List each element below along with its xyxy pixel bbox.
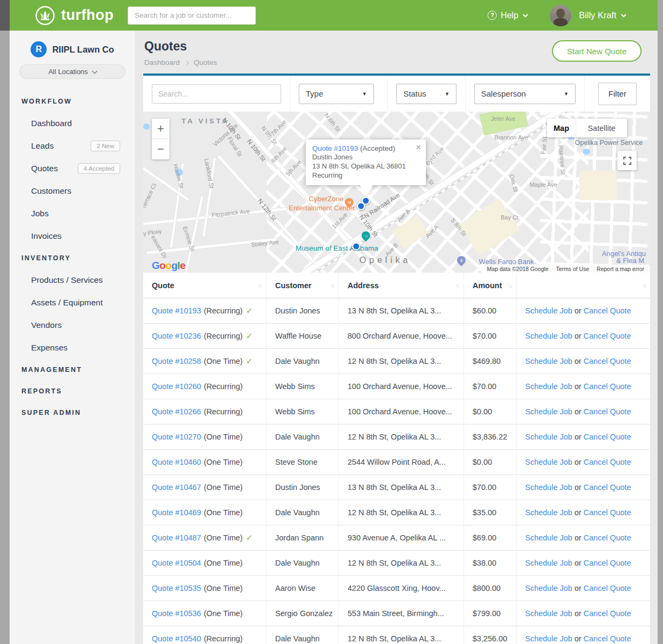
quote-link[interactable]: Quote #10258 bbox=[152, 357, 201, 365]
table-row: Quote #10258(One Time)✓Dale Vaughn12 N 8… bbox=[143, 349, 650, 374]
quote-link[interactable]: Quote #10536 bbox=[152, 609, 201, 618]
sidebar-item-customers[interactable]: Customers bbox=[10, 180, 135, 202]
column-header-amount[interactable]: Amount↑↓ bbox=[464, 273, 517, 298]
zoom-out-button[interactable]: − bbox=[152, 139, 170, 159]
fullscreen-button[interactable] bbox=[617, 151, 637, 170]
start-new-quote-button[interactable]: Start New Quote bbox=[552, 40, 642, 62]
cancel-quote-link[interactable]: Cancel Quote bbox=[584, 332, 631, 340]
close-icon[interactable]: × bbox=[416, 143, 421, 152]
cancel-quote-link[interactable]: Cancel Quote bbox=[584, 508, 631, 517]
sidebar-item-expenses[interactable]: Expenses bbox=[10, 336, 135, 359]
cancel-quote-link[interactable]: Cancel Quote bbox=[584, 306, 631, 315]
cancel-quote-link[interactable]: Cancel Quote bbox=[584, 609, 631, 618]
global-search-input[interactable] bbox=[128, 6, 256, 25]
schedule-job-link[interactable]: Schedule Job bbox=[525, 609, 572, 618]
cancel-quote-link[interactable]: Cancel Quote bbox=[584, 533, 631, 542]
cancel-quote-link[interactable]: Cancel Quote bbox=[584, 433, 631, 441]
satellite-view-button[interactable]: Satellite bbox=[576, 119, 627, 137]
schedule-job-link[interactable]: Schedule Job bbox=[525, 634, 572, 643]
schedule-job-link[interactable]: Schedule Job bbox=[525, 332, 572, 340]
actions-cell: Schedule JoborCancel Quote bbox=[517, 450, 650, 474]
cancel-quote-link[interactable]: Cancel Quote bbox=[584, 382, 631, 391]
quote-link[interactable]: Quote #10467 bbox=[152, 483, 201, 492]
quote-link[interactable]: Quote #10469 bbox=[152, 508, 201, 517]
schedule-job-link[interactable]: Schedule Job bbox=[525, 483, 572, 492]
google-logo[interactable]: Google bbox=[152, 260, 185, 272]
quotes-map[interactable]: TA VISTAJeter AveBrannon AveOpelika Powe… bbox=[143, 112, 650, 273]
sidebar-item-vendors[interactable]: Vendors bbox=[10, 314, 135, 336]
quote-link[interactable]: Quote #10504 bbox=[152, 559, 201, 567]
column-header-address[interactable]: Address↑↓ bbox=[339, 273, 464, 298]
sort-icon[interactable]: ↑↓ bbox=[258, 282, 261, 288]
schedule-job-link[interactable]: Schedule Job bbox=[525, 382, 572, 391]
scrollbar-track[interactable] bbox=[658, 0, 663, 644]
quote-link[interactable]: Quote #10260 bbox=[152, 382, 201, 391]
cancel-quote-link[interactable]: Cancel Quote bbox=[584, 634, 631, 643]
turfhop-logo[interactable]: turfhop bbox=[34, 5, 114, 26]
quote-link[interactable]: Quote #10460 bbox=[152, 458, 201, 466]
quote-map-marker[interactable] bbox=[352, 243, 360, 251]
schedule-job-link[interactable]: Schedule Job bbox=[525, 357, 572, 365]
quote-link[interactable]: Quote #10535 bbox=[152, 584, 201, 592]
quote-link[interactable]: Quote #10487 bbox=[152, 533, 201, 542]
schedule-job-link[interactable]: Schedule Job bbox=[525, 559, 572, 567]
user-menu[interactable]: Billy Kraft bbox=[571, 10, 625, 20]
sidebar-item-leads[interactable]: Leads2 New bbox=[10, 135, 135, 157]
zoom-in-button[interactable]: + bbox=[152, 119, 170, 139]
cancel-quote-link[interactable]: Cancel Quote bbox=[584, 357, 631, 365]
schedule-job-link[interactable]: Schedule Job bbox=[525, 458, 572, 466]
schedule-job-link[interactable]: Schedule Job bbox=[525, 433, 572, 441]
terms-of-use-link[interactable]: Terms of Use bbox=[556, 266, 589, 272]
sort-icon[interactable]: ↑↓ bbox=[330, 282, 334, 288]
schedule-job-link[interactable]: Schedule Job bbox=[525, 306, 572, 315]
breadcrumb-dashboard[interactable]: Dashboard bbox=[144, 58, 180, 67]
help-label: Help bbox=[500, 11, 518, 20]
report-map-error-link[interactable]: Report a map error bbox=[596, 266, 644, 272]
quote-link[interactable]: Quote #10540 bbox=[152, 634, 201, 643]
company-logo: R bbox=[31, 41, 47, 57]
type-select[interactable]: Type ▼ bbox=[299, 84, 374, 104]
sort-icon[interactable]: ↑↓ bbox=[642, 282, 645, 288]
sort-icon[interactable]: ↑↓ bbox=[455, 282, 459, 288]
column-header-quote[interactable]: Quote↑↓ bbox=[143, 273, 267, 298]
sidebar-item-label: Vendors bbox=[31, 320, 62, 330]
sidebar-item-dashboard[interactable]: Dashboard bbox=[10, 112, 135, 135]
help-menu[interactable]: ? Help bbox=[488, 11, 527, 20]
schedule-job-link[interactable]: Schedule Job bbox=[525, 584, 572, 592]
cancel-quote-link[interactable]: Cancel Quote bbox=[584, 407, 631, 416]
cancel-quote-link[interactable]: Cancel Quote bbox=[584, 559, 631, 567]
cancel-quote-link[interactable]: Cancel Quote bbox=[584, 458, 631, 466]
tooltip-quote-link[interactable]: Quote #10193 bbox=[312, 144, 358, 152]
schedule-job-link[interactable]: Schedule Job bbox=[525, 407, 572, 416]
quote-search-input[interactable] bbox=[152, 84, 281, 104]
column-header-customer[interactable]: Customer↑↓ bbox=[267, 273, 339, 298]
sidebar-item-jobs[interactable]: Jobs bbox=[10, 202, 135, 225]
quote-map-marker[interactable] bbox=[357, 202, 365, 210]
customer-cell: Dustin Jones bbox=[267, 475, 339, 500]
cancel-quote-link[interactable]: Cancel Quote bbox=[584, 483, 631, 492]
sidebar-item-quotes[interactable]: Quotes4 Accepted bbox=[10, 157, 135, 180]
location-selector[interactable]: All Locations bbox=[19, 64, 126, 79]
user-avatar[interactable] bbox=[550, 5, 571, 26]
address-cell: 4220 Glasscott Xing, Hoov... bbox=[339, 576, 464, 601]
filter-button[interactable]: Filter bbox=[598, 83, 637, 105]
quote-link[interactable]: Quote #10236 bbox=[152, 332, 201, 340]
nav-section-super-admin: ---SUPER ADMIN bbox=[10, 402, 135, 423]
quote-link[interactable]: Quote #10266 bbox=[152, 407, 201, 416]
sort-icon[interactable]: ↑↓ bbox=[508, 282, 511, 288]
sidebar-item-assets-equipment[interactable]: Assets / Equipment bbox=[10, 291, 135, 314]
sidebar-item-products-services[interactable]: Products / Services bbox=[10, 269, 135, 291]
address-cell: 12 N 8th St, Opelika AL 3... bbox=[339, 349, 464, 374]
quote-link[interactable]: Quote #10193 bbox=[152, 306, 201, 315]
salesperson-select[interactable]: Salesperson ▼ bbox=[474, 84, 576, 104]
schedule-job-link[interactable]: Schedule Job bbox=[525, 533, 572, 542]
quote-link[interactable]: Quote #10270 bbox=[152, 433, 201, 441]
sidebar-item-invoices[interactable]: Invoices bbox=[10, 225, 135, 247]
table-row: Quote #10460(One Time)Steve Stone2544 Wi… bbox=[143, 450, 650, 475]
map-view-button[interactable]: Map bbox=[547, 119, 576, 137]
column-header-actions[interactable]: ↑↓ bbox=[517, 273, 650, 298]
cancel-quote-link[interactable]: Cancel Quote bbox=[584, 584, 631, 592]
schedule-job-link[interactable]: Schedule Job bbox=[525, 508, 572, 517]
table-row: Quote #10270(One Time)Dale Vaughn12 N 8t… bbox=[143, 425, 650, 450]
status-select[interactable]: Status ▼ bbox=[396, 84, 456, 104]
